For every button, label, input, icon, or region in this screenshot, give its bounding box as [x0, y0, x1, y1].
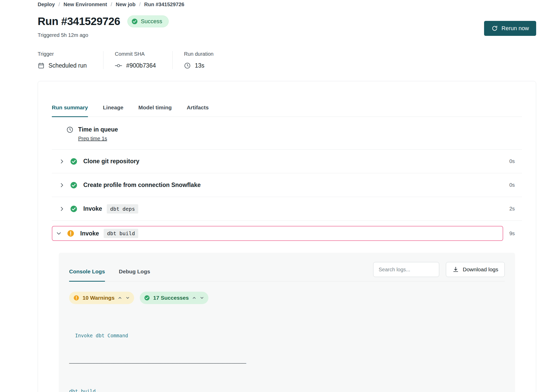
step-duration: 9s	[509, 231, 522, 236]
tab-debug-logs[interactable]: Debug Logs	[119, 268, 150, 281]
step-row-clone-git[interactable]: Clone git repository 0s	[52, 150, 522, 173]
clock-icon	[184, 62, 191, 69]
chevron-right-icon[interactable]	[58, 158, 66, 165]
warning-circle-icon	[67, 230, 75, 237]
warnings-badge[interactable]: 10 Warnings	[69, 292, 134, 304]
step-row-create-profile[interactable]: Create profile from connection Snowflake…	[52, 173, 522, 197]
tab-artifacts[interactable]: Artifacts	[187, 104, 209, 117]
queue-title: Time in queue	[78, 126, 118, 133]
meta-duration-value: 13s	[195, 62, 204, 69]
meta-trigger-label: Trigger	[38, 51, 87, 57]
triggered-text: Triggered 5h 12m ago	[38, 32, 536, 38]
breadcrumb-item-job[interactable]: New job	[116, 2, 136, 7]
log-tabs: Console Logs Debug Logs	[69, 268, 150, 281]
step-label: Create profile from connection Snowflake	[83, 182, 201, 189]
console-log-output: Invoke dbt Command ─────────────────────…	[69, 312, 505, 392]
tab-model-timing[interactable]: Model timing	[138, 104, 172, 117]
rerun-button[interactable]: Rerun now	[484, 21, 536, 36]
step-duration: 0s	[509, 182, 522, 188]
git-commit-icon	[115, 62, 122, 69]
refresh-icon	[491, 25, 498, 32]
rerun-button-label: Rerun now	[502, 25, 529, 32]
successes-badge[interactable]: 17 Successes	[140, 292, 208, 304]
log-divider-line: ────────────────────────────────────────…	[69, 359, 505, 368]
step-duration: 2s	[509, 206, 522, 212]
log-line: Invoke dbt Command	[69, 331, 505, 340]
breadcrumb-separator: /	[139, 2, 141, 7]
meta-commit: Commit SHA #900b7364	[103, 51, 172, 69]
chevron-up-icon[interactable]	[118, 296, 122, 300]
successes-badge-label: 17 Successes	[153, 295, 189, 301]
meta-duration-label: Run duration	[184, 51, 214, 57]
chevron-right-icon[interactable]	[58, 182, 66, 188]
check-circle-icon	[131, 18, 138, 25]
log-filter-pills: 10 Warnings 17 Successes	[69, 292, 505, 304]
tab-console-logs[interactable]: Console Logs	[69, 268, 105, 282]
queue-clock-icon	[66, 126, 74, 142]
breadcrumb-separator: /	[111, 2, 112, 7]
step-row-dbt-build[interactable]: Invoke dbt build	[52, 226, 503, 241]
page-title: Run #341529726	[38, 15, 120, 28]
warnings-badge-label: 10 Warnings	[83, 295, 115, 301]
step-label: Clone git repository	[83, 158, 139, 165]
step-code-chip: dbt deps	[107, 204, 138, 214]
meta-trigger: Trigger Scheduled run	[38, 51, 103, 69]
meta-trigger-value: Scheduled run	[48, 62, 87, 69]
step-label: Invoke	[80, 230, 99, 237]
meta-commit-value: #900b7364	[126, 62, 156, 69]
log-panel: Console Logs Debug Logs Download logs	[59, 253, 515, 392]
step-label: Invoke	[83, 205, 102, 212]
calendar-icon	[38, 62, 45, 69]
download-icon	[452, 266, 459, 273]
chevron-right-icon[interactable]	[58, 206, 66, 212]
meta-duration: Run duration 13s	[172, 51, 230, 69]
prep-time-link[interactable]: Prep time 1s	[78, 136, 107, 142]
run-summary-card: Run summary Lineage Model timing Artifac…	[38, 81, 536, 392]
tab-run-summary[interactable]: Run summary	[52, 104, 88, 117]
chevron-down-icon[interactable]	[125, 296, 130, 300]
log-line: dbt build	[69, 387, 505, 392]
breadcrumb-separator: /	[59, 2, 60, 7]
step-duration: 0s	[509, 158, 522, 164]
download-logs-button[interactable]: Download logs	[446, 262, 505, 277]
check-circle-icon	[70, 181, 78, 189]
meta-commit-label: Commit SHA	[115, 51, 156, 57]
run-detail-page: Deploy / New Environment / New job / Run…	[0, 0, 539, 392]
time-in-queue-section: Time in queue Prep time 1s	[52, 117, 522, 150]
step-row-dbt-deps[interactable]: Invoke dbt deps 2s	[52, 197, 522, 221]
breadcrumb-item-environment[interactable]: New Environment	[63, 2, 107, 7]
download-logs-label: Download logs	[463, 266, 498, 273]
step-row-dbt-build-wrap: Invoke dbt build 9s	[52, 226, 522, 241]
chevron-down-icon[interactable]	[55, 230, 63, 236]
run-tabs: Run summary Lineage Model timing Artifac…	[52, 81, 522, 117]
step-code-chip: dbt build	[104, 229, 138, 238]
check-circle-icon	[70, 158, 78, 165]
status-badge-label: Success	[141, 18, 162, 25]
breadcrumb: Deploy / New Environment / New job / Run…	[38, 2, 536, 7]
search-logs-input[interactable]	[373, 262, 439, 277]
status-badge: Success	[127, 15, 169, 27]
chevron-up-icon[interactable]	[192, 296, 197, 300]
breadcrumb-item-run: Run #341529726	[144, 2, 184, 7]
check-circle-icon	[144, 295, 150, 301]
chevron-down-icon[interactable]	[200, 296, 204, 300]
warning-circle-icon	[73, 295, 79, 301]
run-header: Run #341529726 Success Rerun now Trigger…	[38, 15, 536, 38]
tab-lineage[interactable]: Lineage	[103, 104, 123, 117]
breadcrumb-item-deploy[interactable]: Deploy	[38, 2, 55, 7]
run-meta: Trigger Scheduled run Commit SHA #900b73…	[38, 51, 536, 69]
check-circle-icon	[70, 205, 78, 213]
